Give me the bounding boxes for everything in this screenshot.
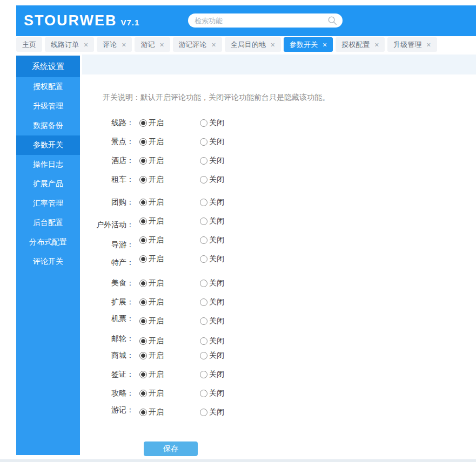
sidebar-item-label: 操作日志: [33, 160, 63, 169]
radio-off[interactable]: [200, 371, 207, 378]
option-on[interactable]: 开启: [139, 254, 195, 264]
tab[interactable]: 游记 ×: [135, 37, 170, 52]
option-on[interactable]: 开启: [139, 137, 195, 147]
sidebar-item[interactable]: 升级管理: [16, 97, 80, 116]
tab-close-icon[interactable]: ×: [426, 41, 431, 49]
tab[interactable]: 升级管理 ×: [387, 37, 437, 52]
sidebar-item[interactable]: 评论开关: [16, 252, 80, 271]
option-on[interactable]: 开启: [139, 370, 195, 379]
option-on[interactable]: 开启: [139, 316, 195, 326]
radio-off[interactable]: [200, 236, 207, 244]
radio-on[interactable]: [139, 337, 147, 345]
radio-on[interactable]: [139, 218, 147, 225]
sidebar-item[interactable]: 后台配置: [16, 213, 80, 233]
tab-close-icon[interactable]: ×: [323, 41, 327, 49]
sidebar-item[interactable]: 参数开关: [16, 135, 80, 155]
tab-close-icon[interactable]: ×: [122, 41, 126, 49]
radio-on[interactable]: [139, 119, 147, 127]
option-on-label: 开启: [149, 118, 164, 128]
option-on[interactable]: 开启: [139, 389, 195, 398]
radio-on[interactable]: [139, 390, 147, 397]
option-off[interactable]: 关闭: [200, 389, 255, 398]
sidebar-item[interactable]: 扩展产品: [16, 174, 80, 194]
radio-off[interactable]: [200, 280, 207, 287]
radio-on[interactable]: [139, 280, 147, 287]
radio-off[interactable]: [200, 298, 207, 306]
radio-on[interactable]: [139, 409, 147, 416]
tab-close-icon[interactable]: ×: [212, 41, 216, 49]
save-button[interactable]: 保存: [144, 441, 198, 456]
radio-off[interactable]: [200, 409, 207, 416]
option-off[interactable]: 关闭: [200, 137, 255, 147]
sidebar-item[interactable]: 分布式配置: [16, 233, 80, 252]
option-off[interactable]: 关闭: [200, 297, 255, 307]
option-on[interactable]: 开启: [139, 336, 195, 346]
option-on[interactable]: 开启: [139, 297, 195, 307]
radio-off[interactable]: [200, 317, 207, 325]
tab[interactable]: 线路订单 ×: [45, 37, 94, 52]
option-on[interactable]: 开启: [139, 198, 195, 207]
option-off[interactable]: 关闭: [200, 407, 255, 417]
radio-on[interactable]: [139, 157, 147, 165]
radio-off[interactable]: [200, 352, 207, 359]
radio-off[interactable]: [200, 337, 207, 345]
radio-off[interactable]: [200, 176, 207, 184]
option-off[interactable]: 关闭: [200, 198, 255, 207]
radio-on[interactable]: [139, 199, 147, 206]
search-box[interactable]: [188, 13, 343, 28]
search-icon[interactable]: [327, 16, 337, 25]
radio-on[interactable]: [139, 352, 147, 359]
option-off[interactable]: 关闭: [200, 278, 255, 288]
tab-close-icon[interactable]: ×: [84, 41, 88, 49]
tab[interactable]: 参数开关 ×: [284, 37, 333, 52]
radio-off[interactable]: [200, 157, 207, 165]
app-header: STOURWEB V7.1: [16, 5, 476, 36]
option-on[interactable]: 开启: [139, 407, 195, 417]
tab-close-icon[interactable]: ×: [271, 41, 275, 49]
option-on[interactable]: 开启: [139, 235, 195, 245]
option-off[interactable]: 关闭: [200, 254, 255, 264]
radio-off[interactable]: [200, 199, 207, 206]
radio-on[interactable]: [139, 176, 147, 184]
tab[interactable]: 全局目的地 ×: [225, 37, 281, 52]
tab[interactable]: 游记评论 ×: [173, 37, 222, 52]
radio-on[interactable]: [139, 255, 147, 263]
radio-off[interactable]: [200, 119, 207, 127]
radio-on[interactable]: [139, 138, 147, 146]
option-off[interactable]: 关闭: [200, 336, 255, 346]
tab-close-icon[interactable]: ×: [374, 41, 379, 49]
radio-off[interactable]: [200, 138, 207, 146]
option-off[interactable]: 关闭: [200, 156, 255, 166]
tab-close-icon[interactable]: ×: [159, 41, 164, 49]
option-off[interactable]: 关闭: [200, 175, 255, 185]
radio-on[interactable]: [139, 371, 147, 378]
radio-on[interactable]: [139, 236, 147, 244]
tab[interactable]: 授权配置 ×: [336, 37, 385, 52]
option-off[interactable]: 关闭: [200, 235, 255, 245]
option-on[interactable]: 开启: [139, 351, 195, 361]
search-input[interactable]: [193, 16, 324, 25]
option-off[interactable]: 关闭: [200, 216, 255, 226]
tab[interactable]: 主页: [16, 37, 42, 52]
option-on[interactable]: 开启: [139, 156, 195, 166]
radio-on[interactable]: [139, 298, 147, 306]
option-on[interactable]: 开启: [139, 118, 195, 128]
switch-label: 租车：: [82, 175, 134, 185]
option-on[interactable]: 开启: [139, 216, 195, 226]
radio-on[interactable]: [139, 317, 147, 325]
radio-off[interactable]: [200, 218, 207, 225]
option-on[interactable]: 开启: [139, 278, 195, 288]
option-off[interactable]: 关闭: [200, 370, 255, 379]
option-off[interactable]: 关闭: [200, 316, 255, 326]
tab[interactable]: 评论 ×: [97, 37, 132, 52]
radio-off[interactable]: [200, 255, 207, 263]
sidebar-item[interactable]: 数据备份: [16, 116, 80, 135]
sidebar-item[interactable]: 授权配置: [16, 77, 80, 97]
option-off[interactable]: 关闭: [200, 351, 255, 361]
radio-off[interactable]: [200, 390, 207, 397]
option-off[interactable]: 关闭: [200, 118, 255, 128]
option-on[interactable]: 开启: [139, 175, 195, 185]
sidebar-item[interactable]: 操作日志: [16, 155, 80, 174]
sidebar-item[interactable]: 汇率管理: [16, 194, 80, 213]
switch-row: 扩展： 开启 关闭: [82, 293, 336, 311]
